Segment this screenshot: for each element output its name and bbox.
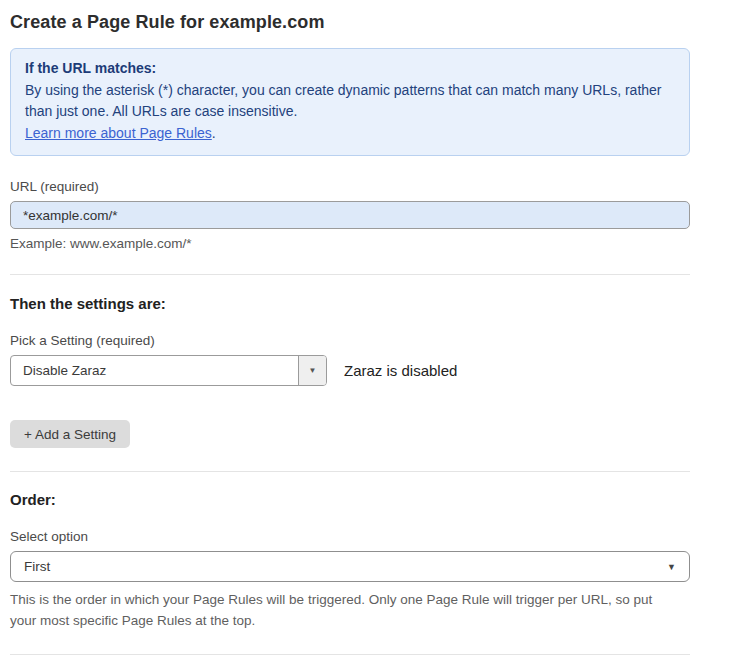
url-match-info-box: If the URL matches: By using the asteris… (10, 48, 690, 156)
setting-dropdown-value[interactable]: Disable Zaraz (11, 356, 298, 385)
divider (10, 274, 690, 275)
page-title: Create a Page Rule for example.com (10, 12, 690, 33)
order-select-value: First (24, 559, 50, 574)
order-select-label: Select option (10, 529, 690, 544)
chevron-down-icon: ▼ (309, 366, 317, 375)
setting-status-text: Zaraz is disabled (344, 362, 457, 379)
divider (10, 471, 690, 472)
chevron-down-icon: ▼ (667, 562, 676, 572)
page-rule-form: Create a Page Rule for example.com If th… (10, 12, 690, 670)
order-help-text: This is the order in which your Page Rul… (10, 589, 682, 631)
divider (10, 654, 690, 655)
order-section-heading: Order: (10, 491, 690, 508)
info-box-heading: If the URL matches: (25, 58, 675, 80)
setting-row: Disable Zaraz ▼ Zaraz is disabled (10, 355, 690, 386)
info-box-link-line: Learn more about Page Rules. (25, 123, 675, 145)
settings-section-heading: Then the settings are: (10, 295, 690, 312)
setting-dropdown-button[interactable]: ▼ (298, 356, 326, 385)
url-input[interactable] (10, 201, 690, 229)
info-box-body: By using the asterisk (*) character, you… (25, 80, 675, 123)
setting-picker-label: Pick a Setting (required) (10, 333, 690, 348)
order-select[interactable]: First ▼ (10, 551, 690, 582)
add-setting-button[interactable]: + Add a Setting (10, 420, 130, 448)
link-suffix: . (212, 125, 216, 141)
url-example-text: Example: www.example.com/* (10, 236, 690, 251)
url-field-label: URL (required) (10, 179, 690, 194)
learn-more-link[interactable]: Learn more about Page Rules (25, 125, 212, 141)
setting-dropdown[interactable]: Disable Zaraz ▼ (10, 355, 327, 386)
